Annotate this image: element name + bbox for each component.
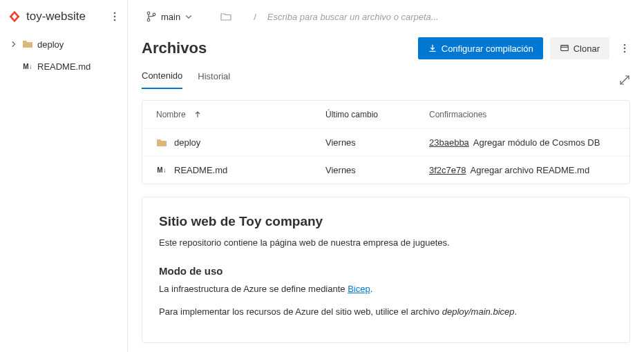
svg-point-1 [114, 16, 116, 18]
tree-item-label: deploy [37, 39, 64, 50]
commit-hash[interactable]: 3f2c7e78 [429, 165, 466, 175]
svg-point-8 [624, 48, 626, 50]
tree-row-file[interactable]: M↓ README.md [0, 55, 127, 77]
more-actions-icon[interactable] [619, 43, 630, 54]
bicep-link[interactable]: Bicep [348, 284, 370, 294]
svg-point-3 [147, 12, 150, 14]
last-change: Viernes [325, 137, 429, 148]
col-header-name[interactable]: Nombre [156, 110, 325, 119]
table-row[interactable]: M↓ README.md Viernes 3f2c7e78 Agregar ar… [142, 156, 629, 184]
commit-message: Agregar archivo README.md [471, 165, 590, 175]
markdown-file-icon: M↓ [22, 61, 33, 72]
fullscreen-icon[interactable] [619, 75, 630, 86]
branch-name: main [161, 12, 180, 22]
file-name: deploy [174, 137, 200, 148]
clone-button[interactable]: Clonar [550, 37, 609, 59]
main-content: main / Archivos Configurar compilación C… [128, 0, 644, 352]
tab-content[interactable]: Contenido [142, 70, 182, 89]
chevron-down-icon [184, 12, 193, 21]
readme-paragraph: Este repositorio contiene la página web … [159, 236, 613, 250]
file-name: README.md [174, 165, 227, 175]
col-header-commits[interactable]: Confirmaciones [429, 110, 616, 119]
folder-outline-icon [220, 11, 231, 22]
clone-icon [560, 43, 569, 53]
markdown-file-icon: M↓ [156, 165, 167, 176]
path-separator: / [254, 12, 256, 22]
readme-preview: Sitio web de Toy company Este repositori… [142, 197, 630, 343]
svg-point-9 [624, 51, 626, 53]
col-header-change[interactable]: Último cambio [325, 110, 429, 119]
readme-filepath: deploy/main.bicep [442, 306, 515, 317]
page-header: Archivos Configurar compilación Clonar [128, 30, 644, 59]
button-label: Configurar compilación [442, 43, 533, 54]
svg-point-7 [624, 44, 626, 46]
topbar: main / [128, 0, 644, 30]
chevron-right-icon [10, 40, 18, 48]
more-icon[interactable] [109, 11, 120, 22]
readme-paragraph: Para implementar los recursos de Azure d… [159, 305, 613, 319]
configure-build-button[interactable]: Configurar compilación [418, 37, 543, 59]
path-search-input[interactable] [267, 12, 630, 22]
readme-h1: Sitio web de Toy company [159, 214, 613, 229]
repo-logo-icon [8, 10, 21, 23]
sidebar: toy-website deploy M↓ README.md [0, 0, 128, 352]
repo-name: toy-website [26, 10, 104, 23]
readme-h2: Modo de uso [159, 265, 613, 277]
table-row[interactable]: deploy Viernes 23baebba Agregar módulo d… [142, 128, 629, 156]
svg-point-0 [114, 12, 116, 14]
page-title: Archivos [142, 39, 418, 57]
folder-icon [156, 137, 167, 148]
readme-paragraph: La infraestructura de Azure se define me… [159, 282, 613, 296]
branch-selector[interactable]: main [142, 8, 197, 25]
build-icon [428, 43, 437, 53]
button-label: Clonar [574, 43, 600, 54]
commit-message: Agregar módulo de Cosmos DB [473, 137, 600, 148]
svg-rect-6 [560, 46, 568, 51]
branch-icon [146, 11, 157, 22]
tabs: Contenido Historial [128, 59, 644, 89]
file-tree: deploy M↓ README.md [0, 30, 127, 77]
tab-history[interactable]: Historial [198, 71, 230, 88]
svg-point-2 [114, 19, 116, 21]
tree-item-label: README.md [37, 61, 91, 72]
last-change: Viernes [325, 165, 429, 175]
svg-point-4 [147, 19, 150, 21]
folder-icon [22, 39, 33, 50]
file-table: Nombre Último cambio Confirmaciones depl… [142, 100, 630, 184]
repo-header: toy-website [0, 6, 127, 30]
sort-ascending-icon [194, 111, 201, 118]
tree-row-folder[interactable]: deploy [0, 33, 127, 55]
svg-point-5 [153, 13, 155, 16]
table-header-row: Nombre Último cambio Confirmaciones [142, 101, 629, 128]
commit-hash[interactable]: 23baebba [429, 137, 469, 148]
